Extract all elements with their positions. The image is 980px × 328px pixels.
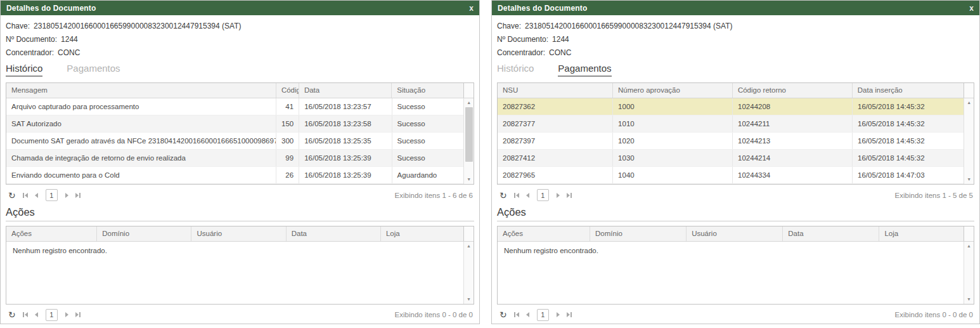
dialog-detalhes-documento-historico: Detalhes do Documento x Chave:2318051420… [0,0,480,324]
scrollbar-spacer [964,226,974,241]
scroll-down-icon[interactable]: ▼ [967,175,971,184]
table-row[interactable]: 2082737710101024421116/05/2018 14:45:32 [498,115,964,133]
documento-line: Nº Documento:1244 [497,33,974,46]
first-page-button[interactable] [513,192,520,199]
scroll-down-icon[interactable]: ▼ [967,295,971,304]
tab-historico[interactable]: Histórico [497,63,534,77]
dialog-body: Chave:2318051420016600016659900008323001… [1,15,479,327]
scroll-up-icon[interactable]: ▲ [967,242,971,251]
documento-value: 1244 [61,35,78,44]
historico-grid: MensagemCódigoDataSituaçãoArquivo captur… [6,82,474,185]
concentrador-label: Concentrador: [6,48,54,57]
refresh-icon[interactable]: ↻ [7,310,17,319]
next-page-button[interactable] [555,311,561,318]
last-page-button[interactable] [565,311,573,318]
column-header[interactable]: Ações [6,226,97,241]
pager-info: Exibindo itens 0 - 0 de 0 [895,311,973,318]
refresh-icon[interactable]: ↻ [498,310,508,319]
close-icon[interactable]: x [969,4,974,12]
column-header[interactable]: Mensagem [6,83,276,98]
column-header[interactable]: Código retorno [732,83,852,98]
page: Detalhes do Documento x Chave:2318051420… [0,0,980,324]
scroll-down-icon[interactable]: ▼ [467,295,471,304]
scrollbar-thumb[interactable] [465,107,473,162]
table-row[interactable]: 2082739710201024421316/05/2018 14:45:32 [498,133,964,150]
current-page-button[interactable]: 1 [537,309,549,321]
prev-page-button[interactable] [34,192,39,199]
current-page-button[interactable]: 1 [46,309,58,321]
column-header[interactable]: Domínio [590,226,687,241]
current-page-button[interactable]: 1 [537,189,549,201]
refresh-icon[interactable]: ↻ [498,191,508,200]
close-icon[interactable]: x [469,4,474,12]
last-page-button[interactable] [74,192,82,199]
column-header[interactable]: Código [276,83,299,98]
table-row[interactable]: Arquivo capturado para processamento4116… [6,98,463,115]
column-header[interactable]: Data [783,226,879,241]
column-header[interactable]: Data [286,226,380,241]
chave-line: Chave:2318051420016600016659900008323001… [6,20,474,33]
next-page-button[interactable] [64,192,70,199]
tab-historico[interactable]: Histórico [6,63,42,77]
vertical-scrollbar[interactable]: ▲▼ [463,242,474,304]
column-header[interactable]: Usuário [687,226,783,241]
first-page-button[interactable] [22,192,29,199]
tab-pagamentos[interactable]: Pagamentos [67,63,120,77]
scrollbar-spacer [463,83,474,98]
scroll-up-icon[interactable]: ▲ [967,98,971,107]
dialog-body: Chave:2318051420016600016659900008323001… [492,15,979,327]
dialog-titlebar[interactable]: Detalhes do Documento x [1,1,479,15]
table-row[interactable]: SAT Autorizado15016/05/2018 13:23:58Suce… [6,115,463,133]
refresh-icon[interactable]: ↻ [7,191,17,200]
dialog-titlebar[interactable]: Detalhes do Documento x [492,1,979,15]
acoes-pager: ↻ 1 Exibindo itens 0 - 0 de 0 [6,306,474,324]
table-row[interactable]: 2082741210301024421416/05/2018 14:45:32 [498,150,964,167]
column-header[interactable]: Usuário [191,226,286,241]
table-row[interactable]: Documento SAT gerado através da NFCe 231… [6,133,463,150]
next-page-button[interactable] [64,311,70,318]
column-header[interactable]: Data [299,83,391,98]
section-divider [497,221,974,221]
vertical-scrollbar[interactable]: ▲▼ [964,98,974,185]
current-page-button[interactable]: 1 [46,189,58,201]
column-header[interactable]: Situação [392,83,463,98]
acoes-section-title: Ações [6,206,474,218]
dialog-detalhes-documento-pagamentos: Detalhes do Documento x Chave:2318051420… [491,0,980,324]
chave-value: 2318051420016600016659900008323001244791… [525,22,732,30]
next-page-button[interactable] [555,192,561,199]
concentrador-line: Concentrador:CONC [6,46,474,60]
column-header[interactable]: Loja [380,226,463,241]
tab-pagamentos[interactable]: Pagamentos [558,63,611,77]
first-page-button[interactable] [22,311,29,318]
dialog-title: Detalhes do Documento [498,4,588,13]
scroll-down-icon[interactable]: ▼ [467,175,471,184]
column-header[interactable]: Ações [498,226,590,241]
column-header[interactable]: Número aprovação [613,83,733,98]
last-page-button[interactable] [74,311,82,318]
table-row[interactable]: 2082796510401024433416/05/2018 14:47:03 [498,167,964,184]
scroll-up-icon[interactable]: ▲ [467,242,471,251]
tabstrip: Histórico Pagamentos [497,63,974,77]
column-header[interactable]: NSU [498,83,613,98]
concentrador-label: Concentrador: [497,48,545,57]
column-header[interactable]: Loja [879,226,964,241]
table-row[interactable]: 2082736210001024420816/05/2018 14:45:32 [498,98,964,115]
table-row[interactable]: Enviando documento para o Cold2616/05/20… [6,167,463,184]
table-row[interactable]: Chamada de integração de retorno de envi… [6,150,463,167]
historico-pager: ↻ 1 Exibindo itens 1 - 6 de 6 [6,187,474,204]
scroll-up-icon[interactable]: ▲ [467,98,471,107]
concentrador-value: CONC [58,48,80,57]
column-header[interactable]: Data inserção [852,83,964,98]
documento-value: 1244 [552,35,569,44]
last-page-button[interactable] [565,192,573,199]
pager-info: Exibindo itens 0 - 0 de 0 [395,311,473,318]
prev-page-button[interactable] [525,192,531,199]
chave-label: Chave: [6,22,30,30]
prev-page-button[interactable] [525,311,531,318]
pager-info: Exibindo itens 1 - 5 de 5 [895,192,973,199]
prev-page-button[interactable] [34,311,39,318]
vertical-scrollbar[interactable]: ▲▼ [463,98,474,185]
vertical-scrollbar[interactable]: ▲▼ [964,242,974,304]
column-header[interactable]: Domínio [97,226,191,241]
first-page-button[interactable] [513,311,520,318]
